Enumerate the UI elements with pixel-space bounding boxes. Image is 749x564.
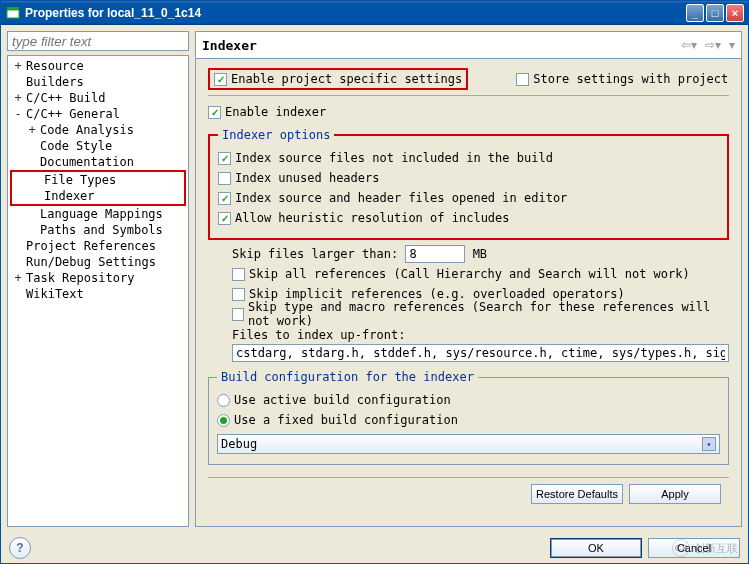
skip-all-refs-checkbox[interactable] (232, 268, 245, 281)
tree-item-label: Code Style (38, 139, 114, 153)
allow-heuristic-checkbox[interactable]: ✓ (218, 212, 231, 225)
main-header: Indexer ⇦▾ ⇨▾ ▾ (195, 31, 742, 59)
tree-item-label: Code Analysis (38, 123, 136, 137)
nav-menu-icon[interactable]: ▾ (729, 38, 735, 52)
tree-item-paths-and-symbols[interactable]: Paths and Symbols (8, 222, 188, 238)
tree-item-project-references[interactable]: Project References (8, 238, 188, 254)
enable-project-checkbox[interactable]: ✓ (214, 73, 227, 86)
index-unused-headers-checkbox[interactable] (218, 172, 231, 185)
nav-arrows: ⇦▾ ⇨▾ ▾ (681, 38, 735, 52)
window-body: +ResourceBuilders+C/C++ Build-C/C++ Gene… (1, 25, 748, 533)
expand-icon[interactable]: + (12, 271, 24, 285)
build-config-group: Build configuration for the indexer Use … (208, 370, 729, 465)
skip-all-refs-label: Skip all references (Call Hierarchy and … (249, 267, 690, 281)
watermark: CX 创新互联 (672, 539, 738, 557)
tree-item-resource[interactable]: +Resource (8, 58, 188, 74)
tree-item-label: Documentation (38, 155, 136, 169)
skip-implicit-refs-label: Skip implicit references (e.g. overloade… (249, 287, 625, 301)
store-settings-label: Store settings with project (533, 72, 728, 86)
expand-icon[interactable]: + (12, 91, 24, 105)
enable-indexer-label: Enable indexer (225, 105, 326, 119)
titlebar: Properties for local_11_0_1c14 _ □ × (1, 1, 748, 25)
tree-item-label: Paths and Symbols (38, 223, 165, 237)
ok-button[interactable]: OK (550, 538, 642, 558)
tree-item-label: Builders (24, 75, 86, 89)
index-unused-headers-label: Index unused headers (235, 171, 380, 185)
tree-item-wikitext[interactable]: WikiText (8, 286, 188, 302)
tree-item-code-analysis[interactable]: +Code Analysis (8, 122, 188, 138)
close-button[interactable]: × (726, 4, 744, 22)
enable-project-label: Enable project specific settings (231, 72, 462, 86)
skip-larger-input[interactable] (405, 245, 465, 263)
tree-item-c-c-general[interactable]: -C/C++ General (8, 106, 188, 122)
store-settings-checkbox[interactable] (516, 73, 529, 86)
tree-item-label: File Types (42, 173, 118, 187)
tree-item-label: Resource (24, 59, 86, 73)
use-fixed-radio[interactable] (217, 414, 230, 427)
tree: +ResourceBuilders+C/C++ Build-C/C++ Gene… (7, 55, 189, 527)
watermark-logo-icon: CX (672, 539, 690, 557)
tree-item-documentation[interactable]: Documentation (8, 154, 188, 170)
help-button[interactable]: ? (9, 537, 31, 559)
tree-item-label: Task Repository (24, 271, 136, 285)
bottom-bar: ? OK Cancel CX 创新互联 (1, 533, 748, 563)
window-title: Properties for local_11_0_1c14 (25, 6, 684, 20)
chevron-down-icon: ▾ (702, 437, 716, 451)
apply-button[interactable]: Apply (629, 484, 721, 504)
tree-item-c-c-build[interactable]: +C/C++ Build (8, 90, 188, 106)
main-panel: Indexer ⇦▾ ⇨▾ ▾ ✓ Enable project specifi… (195, 31, 742, 527)
skip-type-macro-checkbox[interactable] (232, 308, 244, 321)
tree-item-code-style[interactable]: Code Style (8, 138, 188, 154)
index-open-editor-checkbox[interactable]: ✓ (218, 192, 231, 205)
expand-icon[interactable]: + (12, 59, 24, 73)
tree-item-label: Language Mappings (38, 207, 165, 221)
index-source-not-included-label: Index source files not included in the b… (235, 151, 553, 165)
allow-heuristic-label: Allow heuristic resolution of includes (235, 211, 510, 225)
skip-larger-unit: MB (473, 247, 487, 261)
watermark-text: 创新互联 (694, 541, 738, 556)
properties-window: Properties for local_11_0_1c14 _ □ × +Re… (0, 0, 749, 564)
svg-rect-0 (7, 10, 19, 18)
maximize-button[interactable]: □ (706, 4, 724, 22)
expand-icon[interactable]: + (26, 123, 38, 137)
build-config-legend: Build configuration for the indexer (217, 370, 478, 384)
page-title: Indexer (202, 38, 681, 53)
indexer-options-legend: Indexer options (218, 128, 334, 142)
tree-item-file-types[interactable]: File Types (12, 172, 184, 188)
skip-implicit-refs-checkbox[interactable] (232, 288, 245, 301)
use-active-radio[interactable] (217, 394, 230, 407)
tree-item-builders[interactable]: Builders (8, 74, 188, 90)
files-upfront-input[interactable] (232, 344, 729, 362)
main-content: ✓ Enable project specific settings Store… (195, 59, 742, 527)
skip-larger-label: Skip files larger than: (232, 247, 398, 261)
tree-item-language-mappings[interactable]: Language Mappings (8, 206, 188, 222)
tree-item-label: C/C++ Build (24, 91, 107, 105)
index-open-editor-label: Index source and header files opened in … (235, 191, 567, 205)
tree-item-indexer[interactable]: Indexer (12, 188, 184, 204)
collapse-icon[interactable]: - (12, 107, 24, 121)
panel-footer: Restore Defaults Apply (208, 477, 729, 510)
tree-item-label: Run/Debug Settings (24, 255, 158, 269)
tree-item-label: WikiText (24, 287, 86, 301)
use-fixed-label: Use a fixed build configuration (234, 413, 458, 427)
window-icon (5, 5, 21, 21)
skip-type-macro-label: Skip type and macro references (Search f… (248, 300, 729, 328)
minimize-button[interactable]: _ (686, 4, 704, 22)
tree-item-task-repository[interactable]: +Task Repository (8, 270, 188, 286)
highlight-enable-project: ✓ Enable project specific settings (208, 68, 468, 90)
files-upfront-label: Files to index up-front: (232, 328, 729, 342)
svg-rect-1 (7, 7, 19, 10)
enable-indexer-checkbox[interactable]: ✓ (208, 106, 221, 119)
highlight-tree-selection: File TypesIndexer (10, 170, 186, 206)
restore-defaults-button[interactable]: Restore Defaults (531, 484, 623, 504)
filter-input[interactable] (7, 31, 189, 51)
nav-back-icon[interactable]: ⇦▾ (681, 38, 697, 52)
tree-item-label: Indexer (42, 189, 97, 203)
tree-item-run-debug-settings[interactable]: Run/Debug Settings (8, 254, 188, 270)
fixed-config-value: Debug (221, 437, 702, 451)
indexer-options-group: Indexer options ✓ Index source files not… (208, 128, 729, 240)
index-source-not-included-checkbox[interactable]: ✓ (218, 152, 231, 165)
nav-forward-icon[interactable]: ⇨▾ (705, 38, 721, 52)
fixed-config-select[interactable]: Debug ▾ (217, 434, 720, 454)
use-active-label: Use active build configuration (234, 393, 451, 407)
